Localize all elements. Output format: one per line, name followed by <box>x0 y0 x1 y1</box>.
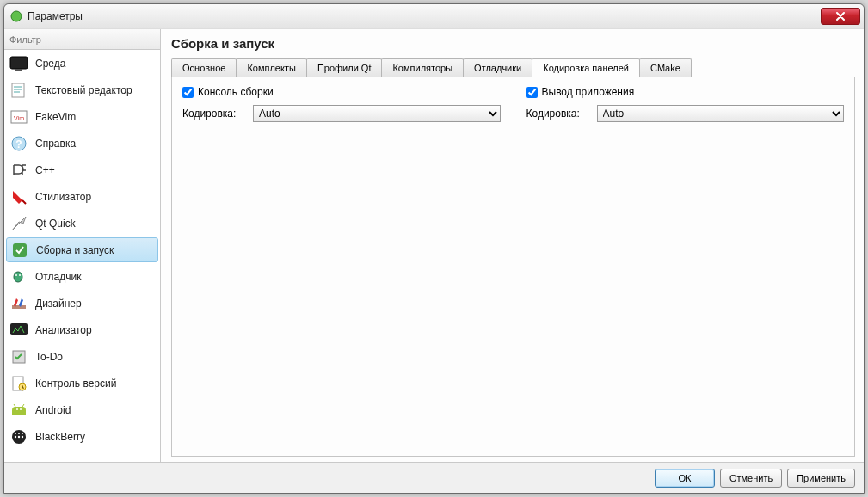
category-item[interactable]: To-Do <box>4 343 160 370</box>
category-icon <box>9 187 28 206</box>
category-label: BlackBerry <box>35 431 85 443</box>
svg-point-10 <box>15 274 17 276</box>
category-icon <box>9 427 28 446</box>
close-icon <box>835 12 846 21</box>
tab[interactable]: Отладчики <box>463 58 532 77</box>
tab[interactable]: CMake <box>639 58 692 77</box>
category-label: C++ <box>35 164 55 176</box>
svg-point-25 <box>22 433 23 434</box>
tab[interactable]: Компиляторы <box>381 58 464 77</box>
svg-rect-2 <box>15 69 22 71</box>
category-label: Дизайнер <box>35 298 82 310</box>
category-item[interactable]: Qt Quick <box>4 210 160 236</box>
svg-rect-3 <box>12 83 24 97</box>
category-label: To-Do <box>35 351 63 363</box>
category-icon <box>9 54 28 73</box>
category-icon <box>9 347 28 366</box>
category-item[interactable]: Стилизатор <box>4 183 160 210</box>
ok-button[interactable]: ОК <box>655 469 715 488</box>
build-console-group: Консоль сборки Кодировка: Auto <box>182 86 501 122</box>
svg-point-20 <box>15 435 16 437</box>
category-icon <box>9 267 28 286</box>
category-icon: Vim <box>9 107 28 126</box>
category-label: Qt Quick <box>35 218 76 230</box>
category-icon <box>9 374 28 393</box>
category-item[interactable]: Дизайнер <box>4 290 160 316</box>
filter-input[interactable]: Фильтр <box>4 29 160 50</box>
category-icon <box>10 241 29 260</box>
sidebar: Фильтр СредаТекстовый редакторVimFakeVim… <box>4 29 161 462</box>
category-item[interactable]: Контроль версий <box>4 370 160 396</box>
category-label: Текстовый редактор <box>35 84 132 96</box>
app-output-group: Вывод приложения Кодировка: Auto <box>526 86 845 122</box>
app-output-label[interactable]: Вывод приложения <box>542 86 635 98</box>
category-label: Анализатор <box>35 324 92 336</box>
tab-bar: ОсновноеКомплектыПрофили QtКомпиляторыОт… <box>171 58 855 77</box>
category-label: Отладчик <box>35 271 81 283</box>
category-item[interactable]: Текстовый редактор <box>4 77 160 103</box>
category-item[interactable]: C++ <box>4 156 160 183</box>
svg-rect-12 <box>12 305 26 309</box>
category-icon <box>9 161 28 180</box>
svg-point-21 <box>18 435 20 437</box>
category-label: Справка <box>35 138 76 150</box>
svg-rect-1 <box>10 57 28 69</box>
tab[interactable]: Кодировка панелей <box>532 58 640 77</box>
svg-point-22 <box>22 435 23 437</box>
svg-point-18 <box>20 408 22 410</box>
window-title: Параметры <box>28 10 83 22</box>
encoding-label-left: Кодировка: <box>182 107 244 120</box>
category-label: Среда <box>35 58 65 70</box>
tab[interactable]: Комплекты <box>236 58 306 77</box>
tab[interactable]: Профили Qt <box>306 58 383 77</box>
svg-point-24 <box>18 433 20 434</box>
category-label: Стилизатор <box>35 191 91 203</box>
svg-point-9 <box>14 272 22 282</box>
category-icon: ? <box>9 134 28 153</box>
category-item[interactable]: BlackBerry <box>4 423 160 450</box>
category-list: СредаТекстовый редакторVimFakeVim?Справк… <box>4 50 160 462</box>
svg-point-23 <box>15 433 16 434</box>
tab[interactable]: Основное <box>171 58 237 77</box>
category-item[interactable]: Отладчик <box>4 263 160 290</box>
category-label: Сборка и запуск <box>36 244 114 256</box>
tab-content: Консоль сборки Кодировка: Auto Вывод при… <box>171 77 855 457</box>
app-icon <box>9 9 23 23</box>
cancel-button[interactable]: Отменить <box>720 469 782 488</box>
build-console-checkbox[interactable] <box>182 87 194 98</box>
svg-point-0 <box>11 11 22 21</box>
category-label: Android <box>35 404 71 416</box>
category-label: FakeVim <box>35 111 76 123</box>
category-icon <box>9 321 28 340</box>
category-item[interactable]: Сборка и запуск <box>6 237 158 262</box>
filter-placeholder: Фильтр <box>9 34 41 45</box>
main-panel: Сборка и запуск ОсновноеКомплектыПрофили… <box>161 29 864 462</box>
category-item[interactable]: VimFakeVim <box>4 103 160 130</box>
footer: ОК Отменить Применить <box>4 462 864 493</box>
svg-text:?: ? <box>15 138 22 150</box>
titlebar: Параметры <box>4 4 864 28</box>
encoding-select-right[interactable]: Auto <box>597 105 845 122</box>
apply-button[interactable]: Применить <box>787 469 855 488</box>
app-output-checkbox[interactable] <box>526 87 538 98</box>
page-title: Сборка и запуск <box>171 36 855 51</box>
category-item[interactable]: ?Справка <box>4 130 160 156</box>
svg-point-17 <box>16 408 18 410</box>
category-icon <box>9 401 28 420</box>
encoding-select-left[interactable]: Auto <box>253 105 501 122</box>
category-icon <box>9 81 28 100</box>
options-window: Параметры Фильтр СредаТекстовый редактор… <box>3 3 865 494</box>
build-console-label[interactable]: Консоль сборки <box>198 86 274 98</box>
close-button[interactable] <box>821 8 860 25</box>
category-item[interactable]: Среда <box>4 50 160 77</box>
category-icon <box>9 214 28 233</box>
category-icon <box>9 294 28 313</box>
category-item[interactable]: Android <box>4 396 160 423</box>
category-item[interactable]: Анализатор <box>4 316 160 343</box>
svg-text:Vim: Vim <box>14 115 24 121</box>
category-label: Контроль версий <box>35 377 116 390</box>
body: Фильтр СредаТекстовый редакторVimFakeVim… <box>4 28 864 462</box>
encoding-label-right: Кодировка: <box>526 107 588 120</box>
svg-point-11 <box>19 274 21 276</box>
